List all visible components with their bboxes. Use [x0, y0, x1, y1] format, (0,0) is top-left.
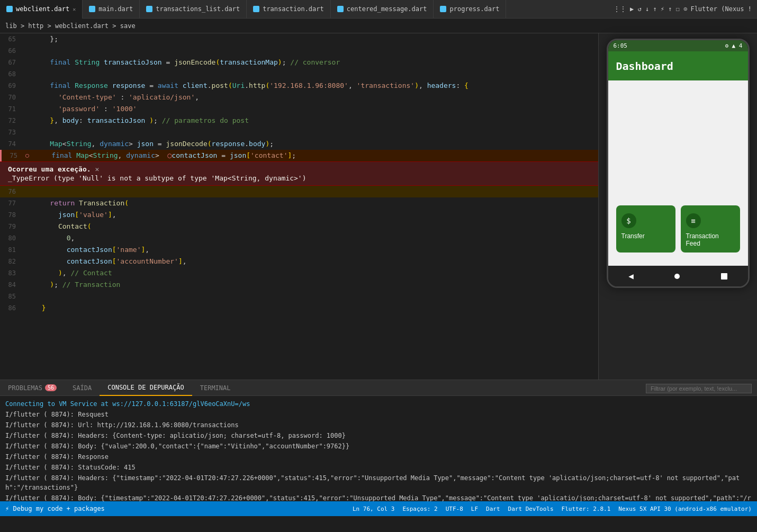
- list-item: I/flutter ( 8874): Url: http://192.168.1…: [0, 420, 757, 430]
- device-label: Flutter (Nexus !: [690, 5, 752, 13]
- toolbar-icons: ⋮⋮ ▶ ↺ ↓ ↑ ⚡ ↑ ☐ ⊙: [614, 5, 688, 13]
- cursor-position: Ln 76, Col 3: [353, 506, 394, 512]
- dart-icon4: [253, 6, 259, 12]
- line-ending-label: LF: [471, 506, 478, 512]
- table-row: 78 json['value'],: [0, 209, 598, 221]
- tab-terminal-label: TERMINAL: [200, 384, 231, 392]
- table-row: 86 }: [0, 302, 598, 314]
- devtools-label: Dart DevTools: [508, 506, 554, 512]
- tab-terminal[interactable]: TERMINAL: [192, 380, 239, 396]
- table-row: 70 'Content-type' : 'aplicatio/json',: [0, 92, 598, 103]
- list-item: I/flutter ( 8874): Body: {"timestamp":"2…: [0, 493, 757, 501]
- phone-dashboard-header: Dashboard: [608, 51, 748, 80]
- main-area: 65 }; 66 67 final String transactioJson …: [0, 33, 757, 380]
- phone-cards: $ Transfer ≡ Transaction Feed: [616, 205, 740, 253]
- tab-console-label: CONSOLE DE DEPURAÇÃO: [107, 384, 184, 391]
- panel-tab-bar: PROBLEMAS 56 SAÍDA CONSOLE DE DEPURAÇÃO …: [0, 380, 757, 396]
- list-item: I/flutter ( 8874): Body: {"value":200.0,…: [0, 441, 757, 452]
- code-editor[interactable]: 65 }; 66 67 final String transactioJson …: [0, 33, 598, 380]
- tab-label2: main.dart: [98, 5, 133, 13]
- transaction-feed-icon: ≡: [686, 213, 701, 228]
- list-item: Connecting to VM Service at ws://127.0.0…: [0, 399, 757, 409]
- flutter-version-label: Flutter: 2.8.1: [562, 506, 611, 512]
- list-item: I/flutter ( 8874): Headers: {"timestamp"…: [0, 473, 757, 493]
- table-row: 77 return Transaction(: [0, 197, 598, 209]
- device-name-label: Nexus 5X API 30 (android-x86 emulator): [618, 506, 752, 512]
- console-content: Connecting to VM Service at ws://127.0.0…: [0, 396, 757, 501]
- tab-label: webclient.dart: [16, 5, 69, 13]
- table-row: 69 final Response response = await clien…: [0, 80, 598, 92]
- phone-card-transaction-feed-label: Transaction Feed: [686, 232, 735, 247]
- tab-close-button[interactable]: ✕: [73, 6, 76, 12]
- phone-nav-home[interactable]: [674, 274, 680, 279]
- phone-card-transfer-label: Transfer: [621, 232, 645, 240]
- error-close-button[interactable]: ✕: [95, 165, 100, 173]
- phone-dashboard-title: Dashboard: [616, 60, 673, 73]
- toolbar-right: ⋮⋮ ▶ ↺ ↓ ↑ ⚡ ↑ ☐ ⊙ Flutter (Nexus !: [608, 5, 757, 13]
- spaces-label: Espaços: 2: [402, 506, 437, 512]
- error-title-text: Ocorreu uma exceção.: [8, 165, 91, 173]
- tab-webclient[interactable]: webclient.dart ✕: [0, 0, 83, 19]
- table-row: 83 ), // Contact: [0, 267, 598, 279]
- table-row: 81 contactJson['name'],: [0, 244, 598, 256]
- phone-status-icons: ⚙ ▲ 4: [725, 42, 742, 49]
- phone-card-transfer[interactable]: $ Transfer: [616, 205, 675, 253]
- table-row: 85: [0, 291, 598, 302]
- filter-input[interactable]: [646, 384, 752, 393]
- phone-nav-back[interactable]: ◀: [628, 271, 634, 281]
- bottom-panel: PROBLEMAS 56 SAÍDA CONSOLE DE DEPURAÇÃO …: [0, 380, 757, 501]
- table-row: 76: [0, 186, 598, 197]
- phone-status-bar: 6:05 ⚙ ▲ 4: [608, 40, 748, 51]
- dart-icon3: [146, 6, 152, 12]
- tab-saida[interactable]: SAÍDA: [65, 380, 100, 396]
- code-scroll: 65 }; 66 67 final String transactioJson …: [0, 33, 598, 380]
- status-left: ⚡ Debug my code + packages: [5, 505, 105, 512]
- tab-console[interactable]: CONSOLE DE DEPURAÇÃO: [100, 380, 192, 396]
- table-row: 67 final String transactioJson = jsonEnc…: [0, 57, 598, 68]
- phone-card-transaction-feed[interactable]: ≡ Transaction Feed: [681, 205, 740, 253]
- breadcrumb: lib > http > webclient.dart > save: [0, 19, 757, 33]
- error-message: _TypeError (type 'Null' is not a subtype…: [8, 174, 590, 182]
- phone-frame: 6:05 ⚙ ▲ 4 Dashboard $ Transfer ≡: [607, 39, 750, 288]
- list-item: I/flutter ( 8874): Headers: {Content-typ…: [0, 430, 757, 441]
- table-row: 73: [0, 127, 598, 138]
- dart-icon: [6, 6, 13, 12]
- dart-icon6: [440, 6, 446, 12]
- panel-filter[interactable]: [646, 383, 752, 393]
- encoding-label: UTF-8: [446, 506, 463, 512]
- list-item: I/flutter ( 8874): Response: [0, 452, 757, 462]
- list-item: I/flutter ( 8874): Resquest: [0, 409, 757, 420]
- phone-content: $ Transfer ≡ Transaction Feed: [608, 80, 748, 266]
- language-label: Dart: [486, 506, 500, 512]
- breadcrumb-text: lib > http > webclient.dart > save: [5, 22, 136, 30]
- dart-icon2: [89, 6, 95, 12]
- code-lines: 65 }; 66 67 final String transactioJson …: [0, 33, 598, 314]
- table-row: 65 };: [0, 33, 598, 45]
- table-row: 79 Contact(: [0, 221, 598, 232]
- tab-problems[interactable]: PROBLEMAS 56: [0, 380, 65, 396]
- table-row: 71 'password' : '1000': [0, 103, 598, 115]
- phone-nav: ◀: [608, 266, 748, 286]
- error-banner: Ocorreu uma exceção. ✕ _TypeError (type …: [0, 161, 598, 186]
- tab-label4: transaction.dart: [263, 5, 324, 13]
- table-row: 68: [0, 68, 598, 80]
- phone-time: 6:05: [614, 42, 628, 49]
- phone-empty-space: [616, 88, 740, 205]
- table-row: 66: [0, 45, 598, 57]
- tab-progress[interactable]: progress.dart: [434, 0, 506, 19]
- phone-nav-recent[interactable]: [721, 273, 727, 279]
- tab-main[interactable]: main.dart: [83, 0, 140, 19]
- tab-problems-label: PROBLEMAS: [8, 384, 42, 392]
- dart-icon5: [337, 6, 344, 12]
- tab-transaction[interactable]: transaction.dart: [247, 0, 331, 19]
- tab-transactions-list[interactable]: transactions_list.dart: [140, 0, 247, 19]
- tab-label5: centered_message.dart: [347, 5, 427, 13]
- debug-label: ⚡ Debug my code + packages: [5, 505, 105, 512]
- tab-label6: progress.dart: [449, 5, 499, 13]
- table-row: 72 }, body: transactioJson ); // paramet…: [0, 115, 598, 127]
- table-row: 82 contactJson['accountNumber'],: [0, 256, 598, 267]
- phone-simulator: 6:05 ⚙ ▲ 4 Dashboard $ Transfer ≡: [598, 33, 757, 380]
- table-row: 80 0,: [0, 232, 598, 244]
- status-right: Ln 76, Col 3 Espaços: 2 UTF-8 LF Dart Da…: [353, 506, 752, 512]
- tab-centered-message[interactable]: centered_message.dart: [331, 0, 434, 19]
